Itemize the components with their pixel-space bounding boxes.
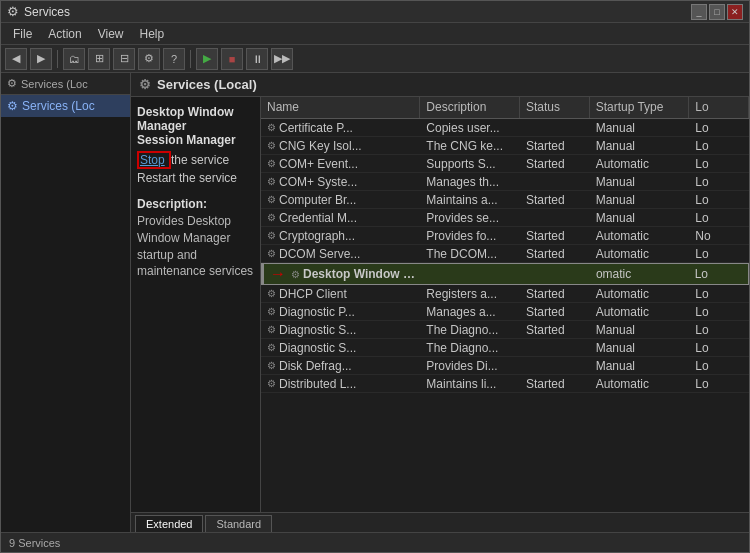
table-row[interactable]: ⚙DCOM Serve...The DCOM...StartedAutomati… — [261, 245, 749, 263]
service-icon: ⚙ — [267, 194, 276, 205]
service-icon: ⚙ — [267, 176, 276, 187]
panel-header: ⚙ Services (Local) — [131, 73, 749, 97]
service-icon: ⚙ — [267, 230, 276, 241]
stop-service-toolbar-button[interactable]: ■ — [221, 48, 243, 70]
service-name-text: CNG Key Isol... — [279, 139, 362, 153]
cell-name: ⚙Disk Defrag... — [261, 358, 420, 374]
cell-name: ⚙Distributed L... — [261, 376, 420, 392]
show-console-tree-button[interactable]: 🗂 — [63, 48, 85, 70]
cell-logon: Lo — [689, 266, 748, 282]
service-icon: ⚙ — [267, 158, 276, 169]
table-row[interactable]: ⚙COM+ Syste...Manages th...ManualLo — [261, 173, 749, 191]
cell-logon: No — [689, 228, 749, 244]
table-row[interactable]: ⚙CNG Key Isol...The CNG ke...StartedManu… — [261, 137, 749, 155]
service-name-text: Diagnostic S... — [279, 341, 356, 355]
cell-name: ⚙Credential M... — [261, 210, 420, 226]
cell-description: The Diagno... — [420, 322, 520, 338]
options-button[interactable]: ⊟ — [113, 48, 135, 70]
cell-logon: Lo — [689, 358, 749, 374]
cell-logon: Lo — [689, 156, 749, 172]
cell-logon: Lo — [689, 174, 749, 190]
col-description: Description — [420, 97, 520, 118]
help-button[interactable]: ? — [163, 48, 185, 70]
cell-name: ⚙CNG Key Isol... — [261, 138, 420, 154]
description-text: Provides Desktop Window Manager startup … — [137, 213, 254, 280]
table-row[interactable]: →⚙Desktop Window Manager Session Manager… — [261, 263, 749, 285]
start-service-button[interactable]: ▶ — [196, 48, 218, 70]
cell-name: ⚙DCOM Serve... — [261, 246, 420, 262]
cell-name: ⚙DHCP Client — [261, 286, 420, 302]
service-icon: ⚙ — [291, 269, 300, 280]
cell-startup-type: Automatic — [590, 286, 690, 302]
forward-button[interactable]: ▶ — [30, 48, 52, 70]
description-label: Description: — [137, 197, 254, 211]
cell-logon: Lo — [689, 376, 749, 392]
table-row[interactable]: ⚙DHCP ClientRegisters a...StartedAutomat… — [261, 285, 749, 303]
row-arrow-icon: → — [270, 265, 286, 283]
table-row[interactable]: ⚙Distributed L...Maintains li...StartedA… — [261, 375, 749, 393]
maximize-button[interactable]: □ — [709, 4, 725, 20]
cell-startup-type: Automatic — [590, 246, 690, 262]
service-name-text: Desktop Window Manager Session Manager — [303, 267, 416, 281]
toolbar: ◀ ▶ 🗂 ⊞ ⊟ ⚙ ? ▶ ■ ⏸ ▶▶ — [1, 45, 749, 73]
stop-service-link[interactable]: Stop — [140, 153, 165, 167]
service-icon: ⚙ — [267, 288, 276, 299]
menu-help[interactable]: Help — [132, 25, 173, 43]
table-row[interactable]: ⚙Computer Br...Maintains a...StartedManu… — [261, 191, 749, 209]
close-button[interactable]: ✕ — [727, 4, 743, 20]
table-row[interactable]: ⚙Certificate P...Copies user...ManualLo — [261, 119, 749, 137]
cell-startup-type: Manual — [590, 120, 690, 136]
sidebar: ⚙ Services (Loc ⚙ Services (Loc — [1, 73, 131, 532]
selected-service-name: Desktop Window ManagerSession Manager — [137, 105, 254, 147]
menu-file[interactable]: File — [5, 25, 40, 43]
cell-startup-type: Automatic — [590, 376, 690, 392]
right-panel: ⚙ Services (Local) Desktop Window Manage… — [131, 73, 749, 532]
minimize-button[interactable]: _ — [691, 4, 707, 20]
table-row[interactable]: ⚙Credential M...Provides se...ManualLo — [261, 209, 749, 227]
up-button[interactable]: ⊞ — [88, 48, 110, 70]
table-row[interactable]: ⚙Diagnostic S...The Diagno...ManualLo — [261, 339, 749, 357]
restart-service-link[interactable]: Restart the service — [137, 171, 237, 185]
cell-startup-type: Automatic — [590, 304, 690, 320]
service-name-text: Credential M... — [279, 211, 357, 225]
service-name-text: Diagnostic P... — [279, 305, 355, 319]
cell-startup-type: Manual — [590, 210, 690, 226]
sidebar-item-label: Services (Loc — [22, 99, 95, 113]
restart-service-toolbar-button[interactable]: ▶▶ — [271, 48, 293, 70]
service-icon: ⚙ — [267, 248, 276, 259]
cell-description: Manages a... — [420, 304, 520, 320]
bottom-tabs: Extended Standard — [131, 512, 749, 532]
cell-status — [521, 273, 590, 275]
menu-action[interactable]: Action — [40, 25, 89, 43]
tab-extended[interactable]: Extended — [135, 515, 203, 532]
cell-description: Maintains a... — [420, 192, 520, 208]
description-panel: Desktop Window ManagerSession Manager St… — [131, 97, 261, 512]
back-button[interactable]: ◀ — [5, 48, 27, 70]
cell-name: ⚙Certificate P... — [261, 120, 420, 136]
cell-status — [520, 217, 590, 219]
service-icon: ⚙ — [267, 140, 276, 151]
table-row[interactable]: ⚙Disk Defrag...Provides Di...ManualLo — [261, 357, 749, 375]
cell-status — [520, 181, 590, 183]
cell-status — [520, 127, 590, 129]
table-header: Name Description Status Startup Type Lo — [261, 97, 749, 119]
content-area: ⚙ Services (Loc ⚙ Services (Loc ⚙ Servic… — [1, 73, 749, 532]
table-row[interactable]: ⚙Cryptograph...Provides fo...StartedAuto… — [261, 227, 749, 245]
tab-standard[interactable]: Standard — [205, 515, 272, 532]
pause-service-button[interactable]: ⏸ — [246, 48, 268, 70]
cell-description: Provides fo... — [420, 228, 520, 244]
table-row[interactable]: ⚙Diagnostic P...Manages a...StartedAutom… — [261, 303, 749, 321]
cell-logon: Lo — [689, 192, 749, 208]
service-icon: ⚙ — [267, 324, 276, 335]
cell-startup-type: Manual — [590, 174, 690, 190]
table-row[interactable]: ⚙COM+ Event...Supports S...StartedAutoma… — [261, 155, 749, 173]
service-name-text: Certificate P... — [279, 121, 353, 135]
cell-name: ⚙COM+ Syste... — [261, 174, 420, 190]
properties-button[interactable]: ⚙ — [138, 48, 160, 70]
table-row[interactable]: ⚙Diagnostic S...The Diagno...StartedManu… — [261, 321, 749, 339]
cell-startup-type: Manual — [590, 138, 690, 154]
cell-description: Supports S... — [420, 156, 520, 172]
menu-view[interactable]: View — [90, 25, 132, 43]
service-name-text: Cryptograph... — [279, 229, 355, 243]
sidebar-item-services[interactable]: ⚙ Services (Loc — [1, 95, 130, 117]
